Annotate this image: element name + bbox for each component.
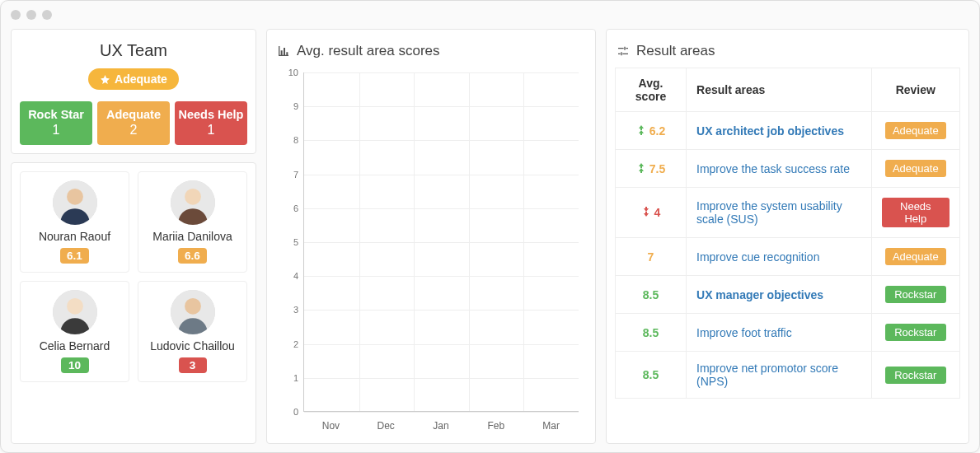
avatar — [53, 180, 97, 225]
trend-down-icon — [641, 206, 651, 219]
chart-y-tick: 0 — [275, 407, 298, 417]
table-row: 7.5Improve the task success rateAdequate — [616, 150, 960, 188]
cell-avg-score: 8.5 — [616, 314, 687, 352]
cell-review: Adequate — [871, 238, 959, 276]
team-status-pill: Adequate — [88, 68, 179, 90]
cell-avg-score: 8.5 — [616, 352, 687, 399]
table-header-row: Avg. score Result areas Review — [616, 68, 960, 112]
trend-up-icon — [636, 162, 646, 175]
cell-result-area: UX architect job objectives — [687, 112, 872, 150]
col-header-review[interactable]: Review — [871, 68, 959, 112]
cell-review: Rockstar — [871, 352, 959, 399]
chart-title-text: Avg. result area scores — [297, 43, 440, 59]
score-value: 4 — [654, 206, 661, 219]
stat-count: 2 — [101, 122, 166, 138]
chart-panel-title: Avg. result area scores — [275, 38, 587, 68]
person-card[interactable]: Mariia Danilova6.6 — [138, 171, 247, 273]
table-row: 7Improve cue recognitionAdequate — [616, 238, 960, 276]
chart-gridline — [304, 412, 579, 413]
window-control-maximize[interactable] — [42, 10, 52, 20]
person-name: Mariia Danilova — [152, 230, 232, 243]
person-name: Celia Bernard — [40, 339, 110, 353]
chart-y-tick: 2 — [275, 339, 298, 349]
result-area-link[interactable]: UX architect job objectives — [696, 124, 844, 138]
cell-avg-score: 4 — [616, 188, 687, 238]
result-areas-tbody: 6.2UX architect job objectivesAdequate7.… — [616, 112, 960, 399]
col-header-score[interactable]: Avg. score — [616, 68, 687, 112]
window-titlebar — [1, 1, 979, 29]
chart-y-tick: 1 — [275, 373, 298, 383]
middle-column: Avg. result area scores NovDecJanFebMar … — [266, 29, 596, 444]
team-title: UX Team — [20, 41, 247, 60]
chart-y-tick: 9 — [275, 101, 298, 111]
result-areas-title-text: Result areas — [636, 43, 715, 59]
bar-chart-icon — [277, 44, 290, 58]
sliders-icon — [617, 44, 630, 58]
stat-box[interactable]: Rock Star1 — [20, 101, 92, 145]
person-score-badge: 6.1 — [60, 248, 89, 264]
stat-box[interactable]: Adequate2 — [97, 101, 170, 145]
cell-avg-score: 6.2 — [616, 112, 687, 150]
chart-y-tick: 8 — [275, 135, 298, 145]
person-score-badge: 6.6 — [178, 248, 207, 264]
score-value: 7 — [648, 250, 654, 264]
score-value: 8.5 — [643, 326, 659, 339]
chart-x-tick: Jan — [414, 420, 469, 432]
review-badge: Adequate — [885, 248, 946, 265]
cell-avg-score: 7 — [616, 238, 687, 276]
cell-result-area: Improve cue recognition — [687, 238, 872, 276]
result-area-link[interactable]: Improve the task success rate — [696, 162, 850, 175]
score-value: 6.2 — [649, 124, 665, 138]
chart-card: Avg. result area scores NovDecJanFebMar … — [266, 29, 596, 444]
person-card[interactable]: Nouran Raouf6.1 — [20, 171, 129, 273]
window-control-minimize[interactable] — [26, 10, 36, 20]
result-areas-panel-title: Result areas — [615, 38, 960, 68]
window-control-close[interactable] — [11, 10, 21, 20]
chart-bars — [303, 72, 579, 412]
chart-x-tick: Nov — [303, 420, 359, 432]
person-card[interactable]: Celia Bernard10 — [20, 281, 129, 382]
col-header-area[interactable]: Result areas — [687, 68, 872, 112]
team-members-card: Nouran Raouf6.1Mariia Danilova6.6Celia B… — [11, 162, 256, 444]
team-status-label: Adequate — [115, 72, 167, 86]
stat-count: 1 — [23, 122, 89, 138]
review-badge: Rockstar — [885, 324, 946, 341]
result-area-link[interactable]: Improve net promotor score (NPS) — [696, 362, 838, 388]
chart-x-tick: Feb — [468, 420, 523, 432]
stat-box[interactable]: Needs Help1 — [175, 101, 247, 145]
person-name: Nouran Raouf — [39, 230, 110, 243]
table-row: 4Improve the system usability scale (SUS… — [616, 188, 960, 238]
cell-result-area: Improve net promotor score (NPS) — [687, 352, 872, 399]
cell-result-area: UX manager objectives — [687, 276, 872, 314]
avatar — [171, 180, 215, 225]
chart-y-tick: 5 — [275, 237, 298, 247]
cell-result-area: Improve the task success rate — [687, 150, 872, 188]
result-area-link[interactable]: Improve foot traffic — [696, 326, 792, 339]
result-areas-card: Result areas Avg. score Result areas Rev… — [606, 29, 969, 444]
svg-point-3 — [185, 189, 201, 205]
stat-label: Rock Star — [23, 107, 89, 122]
review-badge: Adequate — [885, 160, 946, 177]
cell-review: Rockstar — [871, 314, 959, 352]
score-value: 7.5 — [649, 162, 665, 175]
stat-label: Needs Help — [178, 107, 244, 122]
table-row: 8.5Improve net promotor score (NPS)Rocks… — [616, 352, 960, 399]
cell-result-area: Improve foot traffic — [687, 314, 872, 352]
person-card[interactable]: Ludovic Chaillou3 — [138, 281, 247, 382]
review-badge: Rockstar — [885, 367, 946, 384]
result-area-link[interactable]: Improve cue recognition — [696, 250, 819, 264]
result-area-link[interactable]: UX manager objectives — [696, 288, 823, 301]
review-badge: Needs Help — [882, 198, 950, 227]
svg-point-7 — [185, 298, 201, 315]
result-area-link[interactable]: Improve the system usability scale (SUS) — [696, 199, 842, 226]
stat-count: 1 — [178, 122, 244, 138]
cell-review: Rockstar — [871, 276, 959, 314]
chart-x-tick: Dec — [359, 420, 414, 432]
review-badge: Adequate — [885, 122, 946, 139]
cell-avg-score: 8.5 — [616, 276, 687, 314]
chart-area: NovDecJanFebMar 012345678910 — [275, 68, 587, 435]
score-value: 8.5 — [643, 368, 659, 381]
team-members-grid: Nouran Raouf6.1Mariia Danilova6.6Celia B… — [20, 171, 247, 382]
chart-y-tick: 6 — [275, 203, 298, 213]
svg-point-1 — [67, 189, 83, 205]
